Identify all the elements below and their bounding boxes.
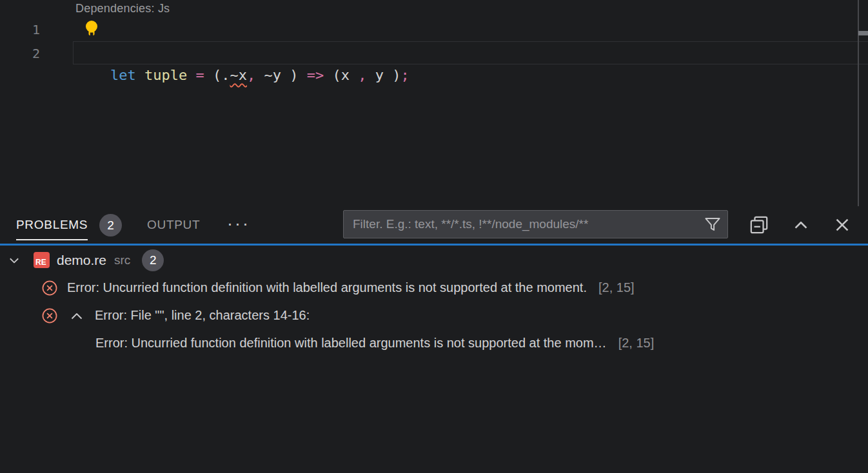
code-token-operator: , [358, 67, 366, 83]
file-error-count-badge: 2 [142, 249, 164, 271]
code-token-identifier: tuple [144, 67, 187, 83]
related-error-message: Error: Uncurried function definition wit… [95, 336, 607, 351]
error-position: [2, 15] [598, 280, 635, 295]
code-token-operator: = [195, 67, 204, 83]
code-token: (x [324, 67, 358, 83]
chevron-down-icon[interactable] [7, 253, 21, 267]
reason-file-icon: RE [34, 252, 50, 268]
code-token: y ) [366, 67, 400, 83]
lightbulb-icon[interactable] [84, 20, 99, 37]
code-token-operator: ; [400, 67, 409, 83]
error-position: [2, 15] [618, 336, 655, 351]
error-icon [41, 307, 58, 324]
more-tabs-button[interactable]: ··· [227, 206, 250, 241]
problem-row-error-2[interactable]: Error: File "", line 2, characters 14-16… [0, 302, 868, 329]
error-message: Error: Uncurried function definition wit… [67, 280, 587, 295]
code-token-error-squiggle: ~x [230, 67, 247, 83]
line-number-2: 2 [0, 46, 40, 61]
move-panel-button[interactable] [749, 215, 769, 235]
tab-output[interactable]: OUTPUT [147, 206, 200, 244]
maximize-panel-button[interactable] [791, 215, 811, 235]
code-token [136, 67, 144, 83]
code-token: ~y ) [255, 67, 298, 83]
problems-count-badge: 2 [99, 214, 122, 236]
problem-row-related-info[interactable]: Error: Uncurried function definition wit… [0, 329, 868, 357]
panel-focus-border [0, 244, 868, 246]
filter-input[interactable] [353, 217, 704, 231]
chevron-up-icon[interactable] [69, 309, 84, 322]
code-token-operator: , [247, 67, 255, 83]
file-path: src [114, 253, 130, 267]
code-token [187, 67, 195, 83]
reason-file-icon-label: RE [35, 258, 46, 267]
tab-problems-label: PROBLEMS [16, 218, 88, 232]
problems-file-row[interactable]: RE demo.re src 2 [0, 246, 868, 274]
editor-code-line[interactable]: let tuple = (.~x, ~y ) => (x , y ); [76, 41, 409, 64]
code-editor[interactable]: Dependencies: Js 1 2 let tuple = (.~x, ~… [0, 0, 868, 206]
panel-header: PROBLEMS 2 OUTPUT ··· [0, 206, 868, 244]
tab-problems[interactable]: PROBLEMS [16, 206, 88, 244]
problems-filter-box [343, 210, 728, 238]
overview-ruler-marker [858, 31, 868, 35]
code-token-operator: => [307, 67, 324, 83]
close-panel-button[interactable] [832, 215, 853, 235]
filter-funnel-icon[interactable] [704, 216, 721, 233]
problem-row-error-1[interactable]: Error: Uncurried function definition wit… [0, 274, 868, 302]
error-icon [41, 280, 58, 296]
code-token-keyword: let [110, 67, 136, 83]
code-token [298, 67, 306, 83]
code-token: (. [204, 67, 230, 83]
error-message: Error: File "", line 2, characters 14-16… [95, 308, 310, 323]
codelens-dependencies[interactable]: Dependencies: Js [75, 2, 170, 15]
file-name: demo.re [57, 253, 106, 268]
line-number-1: 1 [0, 22, 40, 37]
tab-output-label: OUTPUT [147, 218, 200, 232]
